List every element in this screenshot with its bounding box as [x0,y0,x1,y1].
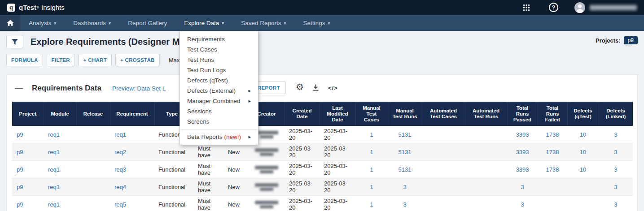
menu-item-defects-qtest[interactable]: Defects (qTest) [180,75,258,86]
cell-link[interactable]: req4 [114,184,126,190]
menu-item-beta-reports[interactable]: Beta Reports (new!) ▸ [180,132,258,142]
menu-item-label: Test Run Logs [187,66,226,74]
cell-link[interactable]: req1 [114,131,126,138]
column-header-project[interactable]: Project [12,102,44,126]
cell-link[interactable]: 1 [370,149,373,155]
cell-text [465,161,507,178]
cell-link[interactable]: 3 [614,166,617,173]
cell-link[interactable]: 3 [614,184,617,190]
filter-panel-button[interactable] [6,35,23,48]
cell-link[interactable]: 1738 [546,131,559,138]
cell-link[interactable]: 1738 [546,149,559,155]
nav-item-dashboards[interactable]: Dashboards▾ [65,15,119,31]
menu-item-requirements[interactable]: Requirements [180,34,258,44]
nav-item-report-gallery[interactable]: Report Gallery [119,15,175,31]
cell-link[interactable]: 3 [614,201,617,208]
cell-link[interactable]: p9 [17,131,23,138]
column-header-manual-test-runs[interactable]: Manual Test Runs [388,102,422,126]
nav-item-analysis[interactable]: Analysis▾ [20,15,65,31]
menu-item-sessions[interactable]: Sessions [180,106,258,116]
submenu-arrow-icon: ▸ [248,87,251,95]
download-icon[interactable] [312,84,320,93]
cell-link[interactable]: 5131 [399,166,412,173]
column-header-release[interactable]: Release [76,102,110,126]
menu-item-label: Requirements [187,35,225,43]
cell-link[interactable]: 1 [370,166,373,173]
brand-name: qTest [19,4,36,11]
app-grid-icon[interactable] [523,4,530,11]
column-header-manual-test-cases[interactable]: Manual Test Cases [355,102,388,126]
menu-item-screens[interactable]: Screens [180,116,258,127]
column-header-defects-qtest[interactable]: Defects (qTest) [567,102,599,126]
cell-link[interactable]: 3 [403,201,406,208]
column-header-total-runs-failed[interactable]: Total Runs Failed [538,102,567,126]
settings-gear-icon[interactable]: ⚙ [296,82,304,92]
cell-text: New [219,143,249,161]
cell-text [76,143,110,161]
creator-cell-blurred [249,143,285,161]
column-header-last-modified-date[interactable]: Last Modified Date [320,102,355,126]
cell-link[interactable]: 3393 [516,166,529,173]
cell-link[interactable]: p9 [17,201,23,208]
nav-item-explore-data[interactable]: Explore Data▾ [175,15,232,31]
cell-link[interactable]: req1 [48,166,60,173]
menu-item-test-runs[interactable]: Test Runs [180,55,258,65]
nav-item-saved-reports[interactable]: Saved Reports▾ [232,15,294,31]
cell-link[interactable]: 1 [370,201,373,208]
cell-link[interactable]: 3 [403,184,406,190]
column-header-automated-test-cases[interactable]: Automated Test Cases [422,102,465,126]
chart-button[interactable]: + CHART [79,54,112,66]
collapse-panel-button[interactable]: — [15,84,23,93]
column-header-requirement[interactable]: Requirement [110,102,154,126]
help-icon[interactable]: ? [549,3,558,12]
column-header-created-date[interactable]: Created Date [285,102,320,126]
avatar[interactable] [574,2,585,13]
cell-link[interactable]: 10 [580,166,586,173]
cell-text [76,196,110,211]
cell-text: New [219,161,249,178]
cell-link[interactable]: 3 [614,149,617,155]
menu-item-defects-external[interactable]: Defects (External)▸ [180,86,258,96]
table-row: p9req1req2FunctionalMust haveNew2025-03-… [12,143,633,161]
menu-item-test-run-logs[interactable]: Test Run Logs [180,65,258,75]
cell-link[interactable]: 3 [521,201,524,208]
cell-link[interactable]: 3 [521,184,524,190]
cell-link[interactable]: p9 [17,184,23,190]
crosstab-button[interactable]: + CROSSTAB [115,54,160,66]
cell-link[interactable]: 10 [580,149,586,155]
preview-dataset-link[interactable]: Preview: Data Set L [112,85,166,92]
cell-link[interactable]: 1738 [546,166,559,173]
column-header-automated-test-runs[interactable]: Automated Test Runs [465,102,507,126]
home-button[interactable] [0,15,20,31]
cell-link[interactable]: 1 [370,131,373,138]
project-badge[interactable]: p9 [624,36,638,44]
cell-link[interactable]: 3393 [516,131,529,138]
cell-link[interactable]: req1 [48,201,60,208]
cell-link[interactable]: p9 [17,166,23,173]
column-header-total-runs-passed[interactable]: Total Runs Passed [507,102,538,126]
column-header-defects-linked[interactable]: Defects (Linked) [599,102,633,126]
column-header-module[interactable]: Module [44,102,76,126]
cell-link[interactable]: req2 [114,149,126,155]
embed-code-icon[interactable]: </> [328,85,338,91]
submenu-arrow-icon: ▸ [248,133,251,141]
cell-link[interactable]: 5131 [399,149,412,155]
cell-link[interactable]: p9 [17,149,23,155]
cell-link[interactable]: 10 [580,131,586,138]
cell-link[interactable]: req1 [48,131,60,138]
menu-item-manager-combined[interactable]: Manager Combined▸ [180,96,258,106]
cell-link[interactable]: req3 [114,166,126,173]
nav-item-settings[interactable]: Settings▾ [295,15,339,31]
cell-link[interactable]: req5 [114,201,126,208]
cell-link[interactable]: 3 [614,131,617,138]
cell-link[interactable]: 5131 [399,131,412,138]
cell-link[interactable]: req1 [48,184,60,190]
filter-button[interactable]: FILTER [47,54,75,66]
menu-item-test-cases[interactable]: Test Cases [180,44,258,55]
caret-down-icon: ▾ [109,21,111,26]
cell-link[interactable]: req1 [48,149,60,155]
cell-link[interactable]: 3393 [516,149,529,155]
formula-button[interactable]: FORMULA [6,54,43,66]
projects-filter: Projects: p9 [596,36,638,44]
cell-link[interactable]: 1 [370,184,373,190]
